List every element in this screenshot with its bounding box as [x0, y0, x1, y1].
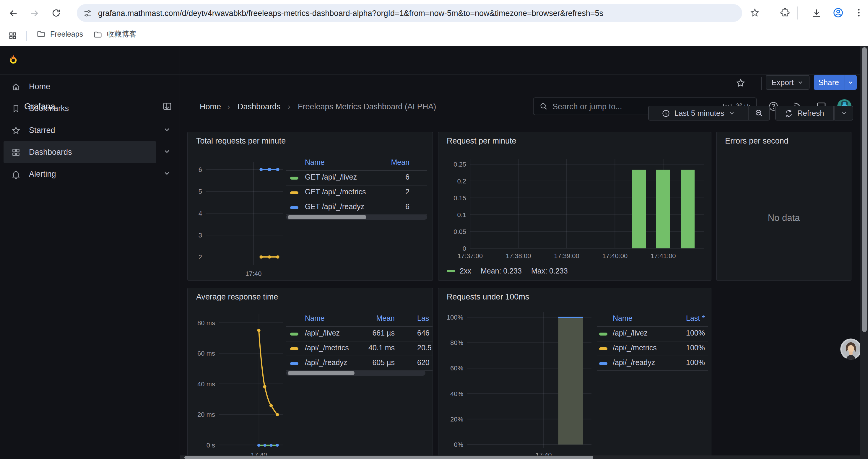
legend-table: Name Last * /api/_/livez 100% /api/_/met…	[597, 312, 708, 371]
svg-text:60 ms: 60 ms	[197, 350, 215, 357]
favorite-star-icon[interactable]	[736, 78, 746, 88]
panel-title[interactable]: Errors per second	[725, 136, 788, 145]
legend-scrollbar-thumb[interactable]	[288, 371, 354, 375]
legend-row[interactable]: /api/_/readyz 100%	[597, 356, 708, 371]
horizontal-scrollbar-thumb[interactable]	[184, 456, 593, 459]
sidebar-item-dashboards[interactable]: Dashboards	[4, 141, 156, 163]
search-icon	[539, 102, 548, 110]
series-name[interactable]: /api/_/livez	[613, 329, 648, 337]
page-scrollbar-thumb[interactable]	[862, 47, 867, 332]
chevron-down-icon[interactable]	[163, 148, 171, 155]
page-scrollbar-track[interactable]	[860, 46, 868, 459]
bookmark-icon	[11, 104, 21, 113]
bookmark-folder-blogs[interactable]: 收藏博客	[93, 30, 136, 40]
series-name[interactable]: GET /api/_/livez	[305, 173, 357, 182]
series-last: 20.5 ms	[417, 344, 433, 352]
legend-row[interactable]: /api/_/livez 100%	[597, 327, 708, 341]
series-last: 100%	[686, 344, 705, 352]
series-last: 620	[417, 359, 430, 367]
legend-row[interactable]: GET /api/_/livez 6	[286, 171, 427, 186]
url-bar[interactable]: grafana.mathmast.com/d/deytv4rwavabkb/fr…	[77, 4, 742, 22]
legend-row[interactable]: GET /api/_/metrics 2	[286, 186, 427, 200]
assistant-avatar[interactable]	[840, 338, 862, 360]
series-name[interactable]: GET /api/_/metrics	[305, 188, 366, 196]
download-icon[interactable]	[811, 8, 822, 18]
legend-header-last[interactable]: Last *	[686, 314, 705, 323]
assistant-avatar-image	[840, 338, 862, 360]
breadcrumb-separator: ›	[227, 102, 230, 111]
chevron-down-icon[interactable]	[163, 104, 171, 112]
legend-row[interactable]: /api/_/livez 661 µs 646	[286, 327, 433, 341]
sidebar: Home Bookmarks Starred Dashboards Alerti…	[0, 74, 180, 459]
legend-scrollbar-track[interactable]	[286, 370, 426, 376]
svg-text:80%: 80%	[450, 339, 463, 347]
share-menu-button[interactable]	[844, 75, 857, 90]
legend-row[interactable]: GET /api/_/readyz 6	[286, 200, 427, 215]
bookmark-star-icon[interactable]	[750, 8, 760, 18]
legend-header-name[interactable]: Name	[305, 158, 325, 167]
series-name[interactable]: /api/_/readyz	[305, 359, 347, 367]
refresh-interval-button[interactable]	[834, 106, 853, 121]
legend-header: Name Mean Las	[286, 312, 433, 327]
sidebar-item-bookmarks[interactable]: Bookmarks	[4, 97, 156, 119]
series-mean: 6	[405, 203, 409, 211]
export-button[interactable]: Export	[766, 75, 809, 90]
browser-menu-icon[interactable]	[854, 8, 864, 18]
chevron-down-icon[interactable]	[163, 169, 171, 177]
breadcrumb-separator: ›	[288, 102, 290, 111]
series-name[interactable]: /api/_/livez	[305, 329, 340, 337]
svg-text:100%: 100%	[447, 314, 463, 321]
back-icon[interactable]	[8, 8, 18, 18]
svg-text:17:41:00: 17:41:00	[651, 252, 676, 260]
legend[interactable]: 2xx Mean: 0.233 Max: 0.233	[447, 267, 568, 275]
refresh-icon	[785, 109, 793, 117]
zoom-out-button[interactable]	[748, 106, 770, 121]
bookmark-folder-freeleaps[interactable]: Freeleaps	[37, 30, 83, 38]
legend-scrollbar-track[interactable]	[286, 215, 427, 220]
legend-header-name[interactable]: Name	[305, 314, 325, 323]
series-max: Max: 0.233	[531, 267, 568, 275]
sidebar-item-home[interactable]: Home	[4, 76, 156, 97]
refresh-label: Refresh	[797, 109, 824, 118]
horizontal-scrollbar-track[interactable]	[180, 455, 860, 459]
legend-header-mean[interactable]: Mean	[376, 314, 395, 323]
series-name[interactable]: 2xx	[460, 267, 471, 275]
legend-row[interactable]: /api/_/metrics 40.1 ms 20.5 ms	[286, 341, 433, 356]
legend-row[interactable]: /api/_/readyz 605 µs 620	[286, 356, 433, 371]
reload-icon[interactable]	[52, 8, 61, 18]
sidebar-item-alerting[interactable]: Alerting	[4, 163, 156, 185]
url-text[interactable]: grafana.mathmast.com/d/deytv4rwavabkb/fr…	[98, 8, 603, 18]
breadcrumb-home[interactable]: Home	[200, 102, 221, 111]
series-name[interactable]: GET /api/_/readyz	[305, 203, 364, 211]
chevron-down-icon[interactable]	[163, 126, 171, 133]
export-label: Export	[771, 78, 794, 87]
folder-icon	[93, 30, 102, 39]
sidebar-item-label: Home	[29, 82, 50, 91]
series-name[interactable]: /api/_/readyz	[613, 359, 655, 367]
legend-header-mean[interactable]: Mean	[391, 158, 409, 167]
apps-grid-icon[interactable]	[8, 31, 17, 40]
zoom-out-icon	[754, 109, 764, 118]
svg-text:17:37:00: 17:37:00	[457, 252, 483, 260]
legend-header-name[interactable]: Name	[613, 314, 632, 323]
share-button[interactable]: Share	[814, 75, 844, 90]
series-name[interactable]: /api/_/metrics	[613, 344, 657, 352]
svg-text:60%: 60%	[450, 364, 463, 372]
grafana-logo[interactable]	[7, 54, 20, 66]
extensions-icon[interactable]	[780, 8, 790, 18]
sidebar-item-starred[interactable]: Starred	[4, 119, 156, 141]
forward-icon[interactable]	[30, 8, 39, 18]
legend-row[interactable]: /api/_/metrics 100%	[597, 341, 708, 356]
grafana-header: Grafana Home › Dashboards › Freeleaps Me…	[0, 46, 868, 75]
breadcrumb-dashboards[interactable]: Dashboards	[238, 102, 281, 111]
time-range-picker[interactable]: Last 5 minutes	[648, 106, 749, 121]
tune-icon[interactable]	[83, 8, 92, 18]
refresh-button[interactable]: Refresh	[775, 106, 834, 121]
series-name[interactable]: /api/_/metrics	[305, 344, 349, 352]
legend-header-last[interactable]: Las	[417, 314, 429, 323]
toolbar-separator	[761, 77, 762, 90]
bookmark-folder-label: Freeleaps	[50, 30, 83, 38]
svg-text:0.15: 0.15	[454, 194, 466, 202]
legend-scrollbar-thumb[interactable]	[288, 215, 366, 219]
profile-icon[interactable]	[833, 7, 844, 18]
